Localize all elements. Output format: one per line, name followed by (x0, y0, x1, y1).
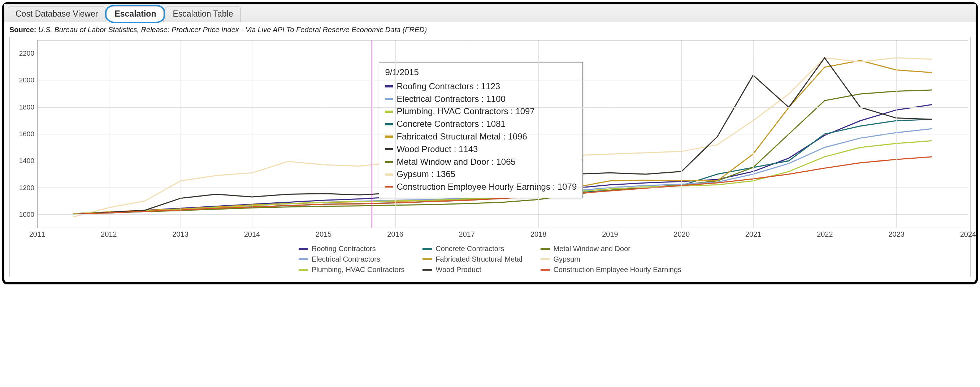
legend-label: Fabricated Structural Metal (436, 255, 522, 263)
tab-bar: Cost Database ViewerEscalationEscalation… (4, 4, 976, 22)
y-tick: 1200 (19, 184, 34, 192)
x-tick: 2013 (172, 230, 188, 239)
series-line (73, 119, 932, 213)
x-tick: 2014 (244, 230, 260, 239)
legend-label: Metal Window and Door (554, 245, 630, 253)
legend-item[interactable]: Metal Window and Door (541, 245, 682, 253)
legend-item[interactable]: Plumbing, HVAC Contractors (299, 266, 405, 274)
source-line: Source: U.S. Bureau of Labor Statistics,… (4, 22, 976, 37)
x-gridline (467, 40, 467, 228)
y-tick: 2200 (19, 49, 34, 57)
x-gridline (324, 40, 324, 228)
y-axis: 1000120014001600180020002200 (12, 40, 37, 228)
legend-item[interactable]: Electrical Contractors (299, 255, 405, 263)
x-tick: 2021 (745, 230, 762, 239)
legend-item[interactable]: Concrete Contractors (423, 245, 522, 253)
app-frame: Cost Database ViewerEscalationEscalation… (2, 2, 978, 284)
tab-escalation-table[interactable]: Escalation Table (165, 6, 240, 22)
x-tick: 2024 (960, 230, 977, 239)
x-axis: 2011201220132014201520162017201820192020… (37, 228, 968, 241)
legend-label: Gypsum (554, 255, 580, 263)
source-text: U.S. Bureau of Labor Statistics, Release… (38, 25, 427, 33)
x-gridline (968, 40, 968, 228)
x-gridline (681, 40, 682, 228)
x-gridline (753, 40, 754, 228)
y-tick: 1000 (19, 211, 34, 218)
legend-swatch (541, 248, 550, 250)
series-line (73, 58, 932, 214)
legend-item[interactable]: Construction Employee Hourly Earnings (541, 266, 682, 274)
chart-container: 1000120014001600180020002200 9/1/2015Roo… (10, 37, 970, 277)
x-tick: 2022 (817, 230, 833, 239)
x-gridline (109, 40, 110, 228)
plot-area: 1000120014001600180020002200 9/1/2015Roo… (12, 40, 968, 228)
legend-swatch (541, 258, 550, 260)
x-tick: 2016 (387, 230, 403, 239)
line-chart[interactable]: 9/1/2015Roofing Contractors : 1123Electr… (37, 40, 968, 228)
x-gridline (538, 40, 539, 228)
legend-swatch (423, 258, 432, 260)
x-tick: 2015 (316, 230, 332, 239)
y-gridline (38, 54, 968, 54)
legend-label: Roofing Contractors (312, 245, 376, 253)
x-tick: 2017 (459, 230, 475, 239)
chart-legend: Roofing ContractorsConcrete ContractorsM… (12, 241, 968, 275)
series-line (73, 61, 932, 214)
legend-swatch (299, 248, 308, 250)
legend-swatch (423, 269, 432, 271)
legend-label: Plumbing, HVAC Contractors (312, 266, 405, 274)
legend-label: Wood Product (436, 266, 481, 274)
x-gridline (896, 40, 897, 228)
x-tick: 2011 (29, 230, 46, 239)
x-tick: 2018 (530, 230, 547, 239)
series-line (73, 90, 932, 213)
y-tick: 1800 (19, 104, 34, 111)
legend-item[interactable]: Fabricated Structural Metal (423, 255, 522, 263)
legend-swatch (541, 269, 550, 271)
legend-item[interactable]: Gypsum (541, 255, 682, 263)
legend-label: Electrical Contractors (312, 255, 380, 263)
y-gridline (38, 107, 968, 108)
series-line (73, 129, 932, 213)
source-label: Source: (10, 25, 36, 33)
x-gridline (181, 40, 181, 228)
tab-cost-db[interactable]: Cost Database Viewer (8, 6, 105, 22)
x-gridline (395, 40, 396, 228)
legend-item[interactable]: Wood Product (423, 266, 522, 274)
y-gridline (38, 214, 968, 215)
legend-label: Concrete Contractors (436, 245, 504, 253)
legend-swatch (299, 258, 308, 260)
legend-swatch (423, 248, 432, 250)
tab-escalation[interactable]: Escalation (107, 6, 164, 22)
y-gridline (38, 161, 968, 161)
legend-swatch (299, 269, 308, 271)
y-tick: 1600 (19, 130, 34, 138)
y-gridline (38, 81, 968, 81)
legend-item[interactable]: Roofing Contractors (299, 245, 405, 253)
x-gridline (825, 40, 825, 228)
x-tick: 2012 (101, 230, 117, 239)
x-gridline (38, 40, 38, 228)
x-tick: 2023 (888, 230, 905, 239)
y-gridline (38, 134, 968, 134)
y-tick: 2000 (19, 76, 34, 84)
y-tick: 1400 (19, 157, 34, 165)
y-gridline (38, 188, 968, 188)
tab-highlight-oval (105, 5, 165, 23)
x-tick: 2020 (674, 230, 690, 239)
legend-label: Construction Employee Hourly Earnings (554, 266, 682, 274)
x-gridline (610, 40, 610, 228)
x-tick: 2019 (602, 230, 618, 239)
